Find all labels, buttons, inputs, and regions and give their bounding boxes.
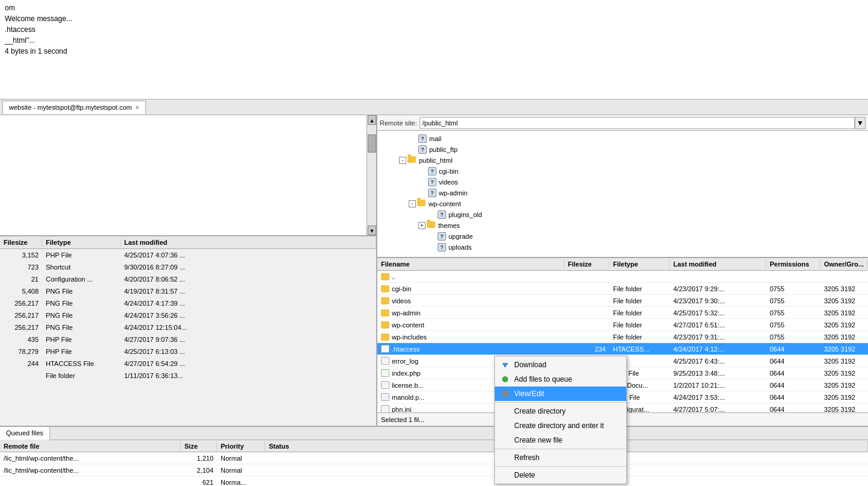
right-cell-owner: 3205 3192 — [820, 309, 868, 317]
left-table-row[interactable]: 5,408 PNG File 4/19/2017 8:31:57 ... — [0, 285, 376, 297]
rth-filesize[interactable]: Filesize — [564, 259, 609, 269]
rth-filetype[interactable]: Filetype — [609, 259, 670, 269]
right-table-row[interactable]: videos File folder 4/23/2017 9:30:... 07… — [377, 295, 868, 307]
context-menu-item-download[interactable]: Download — [495, 358, 626, 372]
context-menu-item-add-files-to-queue[interactable]: Add files to queue — [495, 372, 626, 387]
left-cell-type: HTACCESS File — [42, 359, 121, 368]
rth-lastmodified[interactable]: Last modified — [670, 259, 766, 269]
right-cell-owner: 3205 3192 — [820, 357, 868, 365]
right-cell-size — [564, 300, 609, 301]
right-cell-type: HTACESS... — [609, 345, 670, 353]
context-menu-item-create-new-file[interactable]: Create new file — [495, 433, 626, 447]
left-cell-modified: 1/11/2017 6:36:13... — [121, 371, 376, 380]
right-table-row[interactable]: .htaccess 234 HTACESS... 4/24/2017 4:12:… — [377, 343, 868, 355]
remote-site-bar: Remote site: ▼ — [377, 115, 868, 131]
right-cell-owner: 3205 3192 — [820, 369, 868, 377]
context-menu-item-delete[interactable]: Delete — [495, 468, 626, 482]
right-cell-size: 234 — [564, 345, 609, 353]
remote-path-input[interactable] — [420, 117, 855, 129]
log-line-1: om — [5, 2, 863, 13]
right-cell-name: videos — [377, 297, 564, 305]
right-cell-type — [609, 276, 670, 277]
tree-node-upgrade[interactable]: ?upgrade — [377, 231, 868, 242]
right-cell-type: File folder — [609, 321, 670, 329]
left-table-row[interactable]: 78,279 PHP File 4/25/2017 6:13:03 ... — [0, 346, 376, 358]
queue-cell-size: 2,104 — [181, 466, 217, 475]
left-cell-modified: 4/24/2017 4:17:39 ... — [121, 299, 376, 308]
left-table-row[interactable]: 21 Configuration ... 4/20/2017 8:06:52 .… — [0, 273, 376, 285]
queue-row[interactable]: /lic_html/wp-content/the... 1,210 Normal — [0, 452, 868, 464]
remote-path-dropdown[interactable]: ▼ — [855, 117, 866, 129]
right-cell-perm: 0644 — [766, 357, 820, 365]
tree-node-public-ftp[interactable]: ?public_ftp — [377, 144, 868, 155]
tree-node-public-html[interactable]: - public_html — [377, 155, 868, 166]
tree-node-uploads[interactable]: ?uploads — [377, 242, 868, 253]
queue-row[interactable]: /lic_html/wp-content/the... 2,104 Normal — [0, 464, 868, 476]
tree-node-mail[interactable]: ?mail — [377, 133, 868, 144]
right-cell-modified: 9/25/2013 3:48:... — [670, 369, 766, 377]
main-pane: ▲ ▼ Filesize Filetype Last modified 3,15… — [0, 115, 868, 426]
left-table-row[interactable]: File folder 1/11/2017 6:36:13... — [0, 370, 376, 382]
queue-header: Queued files — [0, 427, 868, 440]
tree-node-wp-admin[interactable]: ?wp-admin — [377, 188, 868, 198]
context-menu-item-label: Add files to queue — [514, 375, 572, 383]
context-menu-item-label: Download — [514, 361, 546, 369]
folder-file-icon — [381, 273, 389, 280]
queue-icon — [500, 374, 511, 385]
left-table-row[interactable]: 3,152 PHP File 4/25/2017 4:07:36 ... — [0, 249, 376, 261]
context-menu-item-create-directory[interactable]: Create directory — [495, 404, 626, 418]
tree-node-videos[interactable]: ?videos — [377, 177, 868, 188]
right-table-row[interactable]: cgi-bin File folder 4/23/2017 9:29:... 0… — [377, 283, 868, 295]
right-cell-owner: 3205 3192 — [820, 393, 868, 402]
th-filetype[interactable]: Filetype — [42, 238, 121, 247]
tree-node-plugins-old[interactable]: ?plugins_old — [377, 209, 868, 220]
tree-node-themes[interactable]: + themes — [377, 220, 868, 231]
left-table-row[interactable]: 244 HTACCESS File 4/27/2017 6:54:29 ... — [0, 358, 376, 370]
left-cell-type: PNG File — [42, 299, 121, 308]
right-table-row[interactable]: wp-includes File folder 4/23/2017 9:31:.… — [377, 331, 868, 343]
tab-close-button[interactable]: × — [136, 104, 139, 111]
queue-row[interactable]: 621 Norma... — [0, 476, 868, 486]
context-menu-item-view-edit[interactable]: View/Edit — [495, 387, 626, 401]
right-cell-name: wp-includes — [377, 333, 564, 341]
th-lastmodified[interactable]: Last modified — [121, 238, 376, 247]
app-container: om Welcome message... .htaccess __html".… — [0, 0, 868, 486]
collapse-icon[interactable]: - — [399, 157, 406, 164]
right-cell-owner: 3205 3192 — [820, 333, 868, 341]
rth-owner[interactable]: Owner/Gro... — [820, 259, 868, 269]
context-menu-item-refresh[interactable]: Refresh — [495, 450, 626, 465]
right-cell-perm — [766, 276, 820, 277]
queue-tab[interactable]: Queued files — [0, 427, 50, 440]
right-cell-modified: 4/23/2017 9:31:... — [670, 333, 766, 341]
left-table-row[interactable]: 256,217 PNG File 4/24/2017 12:15:04... — [0, 321, 376, 333]
tab-item-website[interactable]: website - mytestspot@ftp.mytestspot.com … — [2, 101, 146, 114]
left-table-row[interactable]: 435 PHP File 4/27/2017 9:07:36 ... — [0, 333, 376, 346]
left-table-row[interactable]: 256,217 PNG File 4/24/2017 4:17:39 ... — [0, 297, 376, 309]
expand-icon[interactable]: + — [418, 222, 426, 229]
folder-icon — [407, 156, 417, 165]
folder-icon — [427, 221, 436, 230]
left-cell-size: 435 — [0, 335, 42, 344]
tree-node-label: uploads — [448, 244, 472, 251]
queue-rows: /lic_html/wp-content/the... 1,210 Normal… — [0, 452, 868, 486]
left-table-row[interactable]: 723 Shortcut 9/30/2016 8:27:09 ... — [0, 261, 376, 273]
left-cell-modified: 9/30/2016 8:27:09 ... — [121, 263, 376, 271]
context-menu-item-label: Create directory and enter it — [514, 421, 604, 430]
left-table-row[interactable]: 256,217 PNG File 4/24/2017 3:56:26 ... — [0, 309, 376, 321]
right-cell-size — [564, 288, 609, 289]
tree-node-wp-content[interactable]: - wp-content — [377, 198, 868, 209]
left-cell-size: 256,217 — [0, 311, 42, 320]
right-cell-owner: 3205 3192 — [820, 381, 868, 390]
right-table-row[interactable]: wp-admin File folder 4/25/2017 5:32:... … — [377, 307, 868, 319]
rth-filename[interactable]: Filename — [377, 259, 564, 269]
left-scrollbar[interactable]: ▲ ▼ — [366, 115, 376, 235]
edit-icon — [500, 388, 511, 399]
context-menu-separator — [495, 402, 626, 403]
rth-permissions[interactable]: Permissions — [766, 259, 820, 269]
collapse-icon[interactable]: - — [409, 200, 416, 207]
right-table-row[interactable]: wp-content File folder 4/27/2017 6:51:..… — [377, 319, 868, 331]
tree-node-cgi-bin[interactable]: ?cgi-bin — [377, 166, 868, 177]
th-filesize[interactable]: Filesize — [0, 238, 42, 247]
right-table-row[interactable]: .. — [377, 271, 868, 283]
context-menu-item-create-directory-and-enter-it[interactable]: Create directory and enter it — [495, 418, 626, 433]
